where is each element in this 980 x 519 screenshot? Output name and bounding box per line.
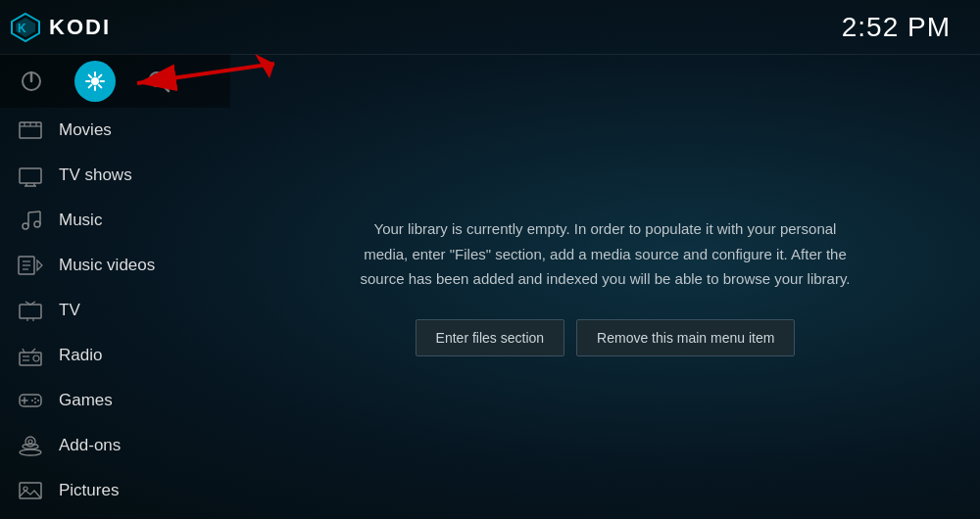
svg-point-56 [34,401,36,403]
sidebar-item-music-label: Music [59,211,102,230]
tv-icon [18,298,43,323]
action-buttons: Enter files section Remove this main men… [351,319,860,356]
sidebar-item-radio-label: Radio [59,346,102,365]
sidebar-item-musicvideos-label: Music videos [59,256,155,275]
music-videos-icon [18,253,43,278]
sidebar-item-movies[interactable]: Movies [0,108,230,153]
sidebar-item-tv[interactable]: TV [0,288,230,333]
main-content: Your library is currently empty. In orde… [230,54,980,519]
sidebar-item-pictures[interactable]: Pictures [0,468,230,513]
settings-icon[interactable] [74,61,116,102]
svg-line-12 [99,84,101,86]
svg-rect-61 [20,483,41,498]
top-icons-bar [0,54,230,108]
sidebar-menu: Movies TV shows Music [0,108,230,513]
svg-line-16 [162,84,169,91]
enter-files-section-button[interactable]: Enter files section [416,319,565,356]
games-icon [18,388,43,413]
svg-point-45 [33,355,39,361]
sidebar-item-movies-label: Movies [59,120,112,140]
radio-icon [18,343,43,368]
svg-point-55 [31,400,33,401]
sidebar-item-musicvideos[interactable]: Music videos [0,243,230,288]
remove-menu-item-button[interactable]: Remove this main menu item [576,319,795,356]
sidebar-item-games[interactable]: Games [0,378,230,423]
svg-rect-25 [20,168,41,183]
music-icon [18,208,43,233]
sidebar-item-music[interactable]: Music [0,198,230,243]
sidebar-item-tvshows[interactable]: TV shows [0,153,230,198]
app-title: KODI [49,15,111,40]
pictures-icon [18,478,43,503]
svg-text:K: K [18,22,26,35]
svg-point-53 [34,398,36,400]
header: K KODI 2:52 PM [0,0,980,54]
tv-shows-icon [18,163,43,188]
svg-point-60 [28,440,32,444]
svg-point-57 [20,449,41,455]
svg-point-30 [34,221,40,227]
kodi-logo-icon: K [10,12,41,43]
sidebar-item-radio[interactable]: Radio [0,333,230,378]
svg-rect-39 [20,305,41,318]
addons-icon [18,433,43,458]
svg-line-14 [89,84,91,86]
svg-rect-44 [20,353,41,365]
sidebar-item-addons[interactable]: Add-ons [0,423,230,468]
svg-point-59 [25,437,35,447]
svg-point-54 [37,400,39,401]
svg-line-33 [28,212,40,212]
sidebar-item-addons-label: Add-ons [59,436,121,455]
time-display: 2:52 PM [842,12,951,43]
header-left: K KODI [0,12,230,43]
header-divider [0,54,980,55]
power-icon[interactable] [18,68,45,95]
content-box: Your library is currently empty. In orde… [331,197,880,376]
library-message: Your library is currently empty. In orde… [351,216,860,292]
header-right: 2:52 PM [230,12,980,43]
sidebar-item-games-label: Games [59,391,113,410]
svg-point-29 [23,223,28,229]
movies-icon [18,118,43,143]
search-icon[interactable] [145,68,172,95]
svg-marker-35 [37,260,42,270]
sidebar-item-pictures-label: Pictures [59,481,119,500]
sidebar-item-tvshows-label: TV shows [59,165,132,185]
sidebar-item-tv-label: TV [59,301,80,320]
